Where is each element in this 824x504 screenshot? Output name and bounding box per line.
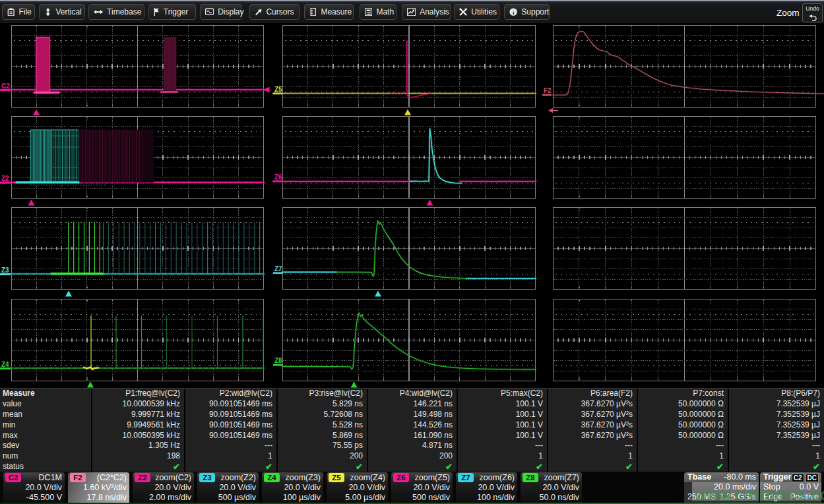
svg-text:F2: F2 (544, 87, 552, 94)
svg-text:Z2: Z2 (1, 175, 9, 182)
svg-text:Z6: Z6 (274, 173, 282, 181)
svg-text:Z8: Z8 (274, 357, 282, 364)
svg-text:Z4: Z4 (1, 361, 9, 368)
svg-text:C2: C2 (1, 82, 10, 90)
svg-text:Z5: Z5 (274, 86, 282, 93)
svg-text:Z3: Z3 (1, 267, 9, 274)
svg-text:Z7: Z7 (274, 265, 282, 272)
